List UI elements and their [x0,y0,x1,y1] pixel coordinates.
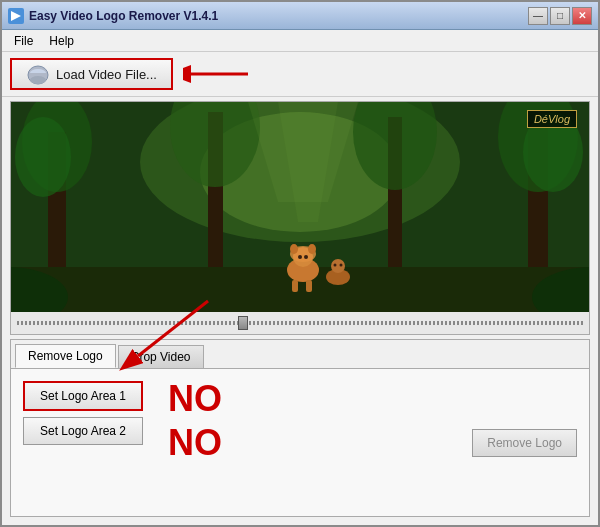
seek-track [17,321,583,325]
seek-bar-container [11,312,589,334]
svg-rect-33 [306,280,312,292]
tab-remove-logo[interactable]: Remove Logo [15,344,116,368]
menu-bar: File Help [2,30,598,52]
tab-crop-video[interactable]: Crop Video [118,345,204,368]
logo-controls: Set Logo Area 1 Set Logo Area 2 [23,381,143,445]
load-video-button[interactable]: Load Video File... [10,58,173,90]
svg-point-4 [30,76,46,84]
tabs-section: Remove Logo Crop Video Set Logo Area 1 S… [10,339,590,517]
video-watermark: DéVlog [527,110,577,128]
svg-rect-32 [292,280,298,292]
set-logo-area-2-button[interactable]: Set Logo Area 2 [23,417,143,445]
arrow-annotation [183,59,253,89]
close-button[interactable]: ✕ [572,7,592,25]
svg-point-12 [15,117,71,197]
seek-bar[interactable] [17,316,583,330]
set-logo-area-1-button[interactable]: Set Logo Area 1 [23,381,143,411]
seek-thumb[interactable] [238,316,248,330]
main-window: Easy Video Logo Remover V1.4.1 — □ ✕ Fil… [0,0,600,527]
svg-marker-0 [11,11,21,21]
app-icon [8,8,24,24]
load-icon [26,64,50,84]
title-bar-left: Easy Video Logo Remover V1.4.1 [8,8,218,24]
svg-point-37 [340,264,343,267]
svg-point-36 [334,264,337,267]
svg-point-30 [298,255,302,259]
svg-point-29 [308,244,316,254]
toolbar: Load Video File... [2,52,598,97]
title-bar: Easy Video Logo Remover V1.4.1 — □ ✕ [2,2,598,30]
minimize-button[interactable]: — [528,7,548,25]
maximize-button[interactable]: □ [550,7,570,25]
svg-point-28 [290,244,298,254]
menu-file[interactable]: File [6,32,41,50]
video-section: DéVlog [10,101,590,335]
no-label-1: NO [168,381,222,417]
no-label-2: NO [168,425,222,461]
video-frame [11,102,589,312]
video-display: DéVlog [11,102,589,312]
remove-logo-button[interactable]: Remove Logo [472,429,577,457]
menu-help[interactable]: Help [41,32,82,50]
load-button-label: Load Video File... [56,67,157,82]
svg-point-31 [304,255,308,259]
svg-point-35 [331,259,345,273]
tab-content: Set Logo Area 1 Set Logo Area 2 NO NO [11,369,589,516]
window-title: Easy Video Logo Remover V1.4.1 [29,9,218,23]
tab-bar: Remove Logo Crop Video [11,340,589,369]
no-annotations: NO NO [168,381,222,461]
window-controls: — □ ✕ [528,7,592,25]
